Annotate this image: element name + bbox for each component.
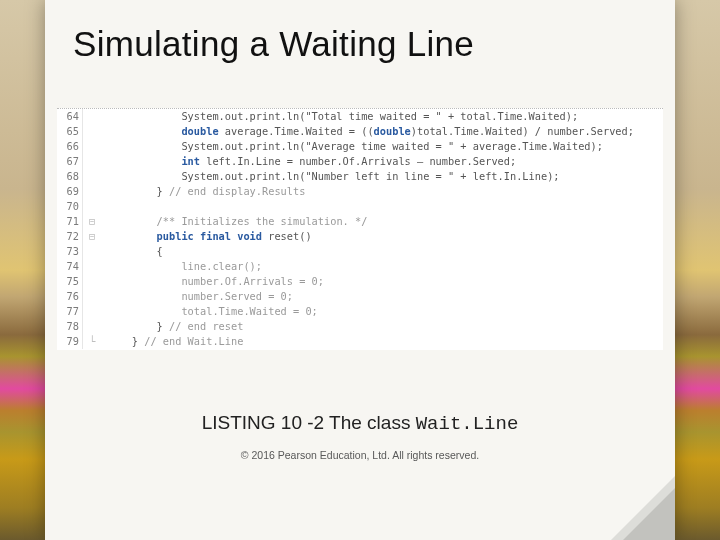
caption-text: LISTING 10 -2 The class bbox=[202, 412, 416, 433]
code-line: 66 System.out.print.ln("Average time wai… bbox=[57, 139, 663, 154]
code-line: 79└ } // end Wait.Line bbox=[57, 334, 663, 349]
code-text: { bbox=[101, 244, 163, 259]
listing-caption: LISTING 10 -2 The class Wait.Line bbox=[45, 412, 675, 435]
code-text: } // end Wait.Line bbox=[101, 334, 243, 349]
line-number: 77 bbox=[57, 304, 83, 319]
code-text: public final void reset() bbox=[101, 229, 312, 244]
fold-marker bbox=[83, 199, 101, 214]
fold-marker bbox=[83, 289, 101, 304]
fold-marker bbox=[83, 139, 101, 154]
code-line: 76 number.Served = 0; bbox=[57, 289, 663, 304]
fold-marker: └ bbox=[83, 334, 101, 349]
fold-marker bbox=[83, 184, 101, 199]
code-text: line.clear(); bbox=[101, 259, 262, 274]
line-number: 64 bbox=[57, 109, 83, 124]
code-line: 75 number.Of.Arrivals = 0; bbox=[57, 274, 663, 289]
code-text: /** Initializes the simulation. */ bbox=[101, 214, 367, 229]
line-number: 75 bbox=[57, 274, 83, 289]
code-text: } // end reset bbox=[101, 319, 243, 334]
code-line: 72⊟ public final void reset() bbox=[57, 229, 663, 244]
code-text: double average.Time.Waited = ((double)to… bbox=[101, 124, 634, 139]
code-text: System.out.print.ln("Number left in line… bbox=[101, 169, 560, 184]
caption-classname: Wait.Line bbox=[416, 413, 519, 435]
code-line: 74 line.clear(); bbox=[57, 259, 663, 274]
code-line: 64 System.out.print.ln("Total time waite… bbox=[57, 109, 663, 124]
code-line: 68 System.out.print.ln("Number left in l… bbox=[57, 169, 663, 184]
code-text: number.Served = 0; bbox=[101, 289, 293, 304]
code-text: System.out.print.ln("Total time waited =… bbox=[101, 109, 578, 124]
line-number: 70 bbox=[57, 199, 83, 214]
code-line: 69 } // end display.Results bbox=[57, 184, 663, 199]
fold-marker: ⊟ bbox=[83, 229, 101, 244]
page-curl-decoration bbox=[611, 476, 675, 540]
fold-marker bbox=[83, 319, 101, 334]
code-line: 67 int left.In.Line = number.Of.Arrivals… bbox=[57, 154, 663, 169]
line-number: 69 bbox=[57, 184, 83, 199]
code-line: 70 bbox=[57, 199, 663, 214]
code-listing: 64 System.out.print.ln("Total time waite… bbox=[57, 108, 663, 350]
code-line: 71⊟ /** Initializes the simulation. */ bbox=[57, 214, 663, 229]
line-number: 66 bbox=[57, 139, 83, 154]
line-number: 74 bbox=[57, 259, 83, 274]
line-number: 78 bbox=[57, 319, 83, 334]
fold-marker bbox=[83, 274, 101, 289]
fold-marker bbox=[83, 259, 101, 274]
fold-marker bbox=[83, 124, 101, 139]
code-line: 73 { bbox=[57, 244, 663, 259]
fold-marker: ⊟ bbox=[83, 214, 101, 229]
code-text bbox=[101, 199, 107, 214]
fold-marker bbox=[83, 109, 101, 124]
slide-surface: Simulating a Waiting Line 64 System.out.… bbox=[45, 0, 675, 540]
line-number: 73 bbox=[57, 244, 83, 259]
code-text: System.out.print.ln("Average time waited… bbox=[101, 139, 603, 154]
code-text: int left.In.Line = number.Of.Arrivals – … bbox=[101, 154, 516, 169]
code-line: 78 } // end reset bbox=[57, 319, 663, 334]
line-number: 71 bbox=[57, 214, 83, 229]
page-title: Simulating a Waiting Line bbox=[45, 0, 675, 72]
copyright-line: © 2016 Pearson Education, Ltd. All right… bbox=[45, 449, 675, 461]
line-number: 65 bbox=[57, 124, 83, 139]
code-text: number.Of.Arrivals = 0; bbox=[101, 274, 324, 289]
fold-marker bbox=[83, 244, 101, 259]
line-number: 67 bbox=[57, 154, 83, 169]
code-text: } // end display.Results bbox=[101, 184, 305, 199]
fold-marker bbox=[83, 304, 101, 319]
line-number: 72 bbox=[57, 229, 83, 244]
line-number: 76 bbox=[57, 289, 83, 304]
code-line: 77 total.Time.Waited = 0; bbox=[57, 304, 663, 319]
fold-marker bbox=[83, 169, 101, 184]
code-line: 65 double average.Time.Waited = ((double… bbox=[57, 124, 663, 139]
fold-marker bbox=[83, 154, 101, 169]
line-number: 79 bbox=[57, 334, 83, 349]
line-number: 68 bbox=[57, 169, 83, 184]
code-text: total.Time.Waited = 0; bbox=[101, 304, 318, 319]
